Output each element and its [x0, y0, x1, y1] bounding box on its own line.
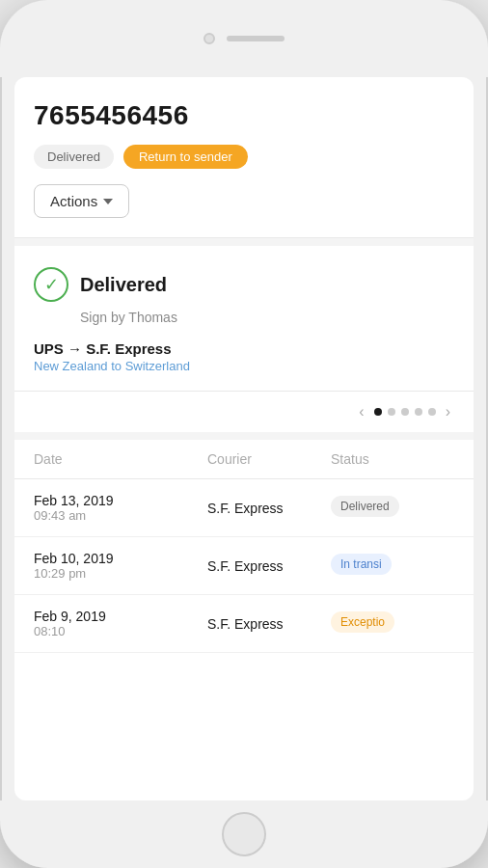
delivery-status-label: Delivered: [80, 274, 167, 296]
dot-3[interactable]: [401, 408, 409, 416]
dot-4[interactable]: [415, 408, 422, 416]
header-courier: Courier: [207, 451, 331, 467]
table-row: Feb 10, 2019 10:29 pm S.F. Express In tr…: [14, 537, 474, 595]
status-cell-1: Delivered: [331, 496, 454, 521]
status-badge-3: Exceptio: [331, 611, 394, 633]
badges-row: Delivered Return to sender: [34, 145, 454, 169]
home-button[interactable]: [222, 812, 266, 856]
actions-label: Actions: [50, 193, 97, 209]
next-arrow[interactable]: ›: [442, 403, 454, 420]
phone-content: 7655456456 Delivered Return to sender Ac…: [14, 77, 474, 800]
tracking-table: Date Courier Status Feb 13, 2019 09:43 a…: [14, 440, 474, 800]
date-cell-3: Feb 9, 2019 08:10: [34, 609, 207, 638]
courier-1: S.F. Express: [207, 501, 331, 516]
dot-2[interactable]: [388, 408, 395, 416]
signed-by-text: Sign by Thomas: [80, 310, 454, 325]
header-status: Status: [331, 451, 454, 467]
prev-arrow[interactable]: ‹: [355, 403, 367, 420]
header-date: Date: [34, 451, 207, 467]
status-badge-2: In transi: [331, 554, 392, 575]
delivery-status-row: ✓ Delivered: [34, 267, 454, 302]
date-cell-2: Feb 10, 2019 10:29 pm: [34, 551, 207, 581]
delivery-card: ✓ Delivered Sign by Thomas UPS → S.F. Ex…: [14, 246, 474, 392]
status-circle-icon: ✓: [34, 267, 68, 302]
phone-bottom: [0, 800, 488, 868]
tracking-number: 7655456456: [34, 100, 454, 131]
table-row: Feb 9, 2019 08:10 S.F. Express Exceptio: [14, 595, 474, 653]
date-1: Feb 13, 2019: [34, 493, 207, 508]
courier-2: S.F. Express: [207, 558, 331, 574]
speaker: [227, 36, 285, 41]
courier-3: S.F. Express: [207, 616, 331, 632]
dot-1[interactable]: [374, 408, 382, 416]
chevron-down-icon: [103, 199, 113, 204]
table-row: Feb 13, 2019 09:43 am S.F. Express Deliv…: [14, 479, 474, 537]
date-cell-1: Feb 13, 2019 09:43 am: [34, 493, 207, 523]
dots-nav: ‹ ›: [14, 392, 474, 432]
status-cell-3: Exceptio: [331, 611, 454, 637]
date-2: Feb 10, 2019: [34, 551, 207, 566]
time-2: 10:29 pm: [34, 566, 207, 581]
actions-button[interactable]: Actions: [34, 184, 129, 218]
tracking-card: 7655456456 Delivered Return to sender Ac…: [14, 77, 474, 238]
status-cell-2: In transi: [331, 554, 454, 579]
status-badge-1: Delivered: [331, 496, 399, 517]
time-1: 09:43 am: [34, 508, 207, 523]
table-header: Date Courier Status: [14, 440, 474, 479]
route-row: UPS → S.F. Express New Zealand to Switze…: [34, 340, 454, 373]
dot-5[interactable]: [428, 408, 436, 416]
date-3: Feb 9, 2019: [34, 609, 207, 624]
route-label: UPS → S.F. Express: [34, 340, 454, 357]
time-3: 08:10: [34, 624, 207, 638]
return-to-sender-badge: Return to sender: [123, 145, 248, 169]
route-sub: New Zealand to Switzerland: [34, 359, 454, 373]
delivered-badge: Delivered: [34, 145, 114, 169]
phone-notch: [0, 0, 488, 77]
phone-frame: 7655456456 Delivered Return to sender Ac…: [0, 0, 488, 868]
camera-icon: [203, 33, 215, 44]
check-icon: ✓: [44, 276, 59, 293]
